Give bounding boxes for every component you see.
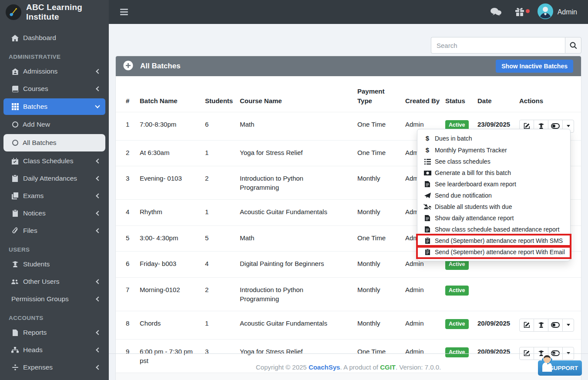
chevron-left-icon xyxy=(96,211,101,215)
menu-item-leaderboard-exam-report[interactable]: See learderboard exam report xyxy=(417,178,570,190)
menu-item-generate-bill[interactable]: Generate a bill for this batch xyxy=(417,167,570,178)
row-menu-button[interactable] xyxy=(562,319,574,332)
sidebar-item-notices[interactable]: Notices xyxy=(0,205,109,222)
brand-title: ABC Learning Institute xyxy=(26,3,109,22)
topbar-right: Admin xyxy=(490,3,577,21)
col-number: # xyxy=(116,76,140,112)
support-button[interactable]: SUPPORT xyxy=(538,360,582,376)
list-icon xyxy=(423,159,431,165)
sidebar-item-students[interactable]: Students xyxy=(0,256,109,273)
chevron-left-icon xyxy=(96,86,101,91)
clipboard-icon xyxy=(11,210,19,217)
chevron-down-icon xyxy=(95,103,100,108)
dollar-icon: $ xyxy=(423,146,431,154)
sidebar-section-administrative: ADMINISTRATIVE xyxy=(0,47,109,63)
caret-down-icon xyxy=(567,125,570,127)
gift-icon[interactable] xyxy=(515,7,524,17)
toggle-icon xyxy=(551,123,560,129)
menu-item-send-attendance-report-email[interactable]: Send (September) attendance report With … xyxy=(417,246,570,258)
sidebar-section-accounts: ACCOUNTS xyxy=(0,308,109,324)
menu-item-see-class-schedules[interactable]: See class schedules xyxy=(417,156,570,167)
batch-actions-dropdown: $ Dues in batch $ Monthly Payments Track… xyxy=(417,129,571,261)
chevron-left-icon xyxy=(96,296,101,301)
col-course-name: Course Name xyxy=(240,76,357,112)
search-icon xyxy=(570,42,577,49)
file-report-icon xyxy=(423,226,431,232)
cgit-link[interactable]: CGIT xyxy=(380,363,396,371)
sidebar-item-add-new[interactable]: Add New xyxy=(0,116,109,133)
chevron-left-icon xyxy=(96,228,101,233)
file-report-icon xyxy=(423,181,431,187)
money-bill-icon xyxy=(423,171,431,175)
clipboard-list-icon xyxy=(11,175,19,182)
sidebar-item-heads[interactable]: Heads xyxy=(0,341,109,359)
sidebar-item-batches[interactable]: Batches xyxy=(3,98,105,115)
calendar-check-icon xyxy=(11,158,19,165)
clipboard-report-icon xyxy=(423,238,431,244)
menu-item-send-attendance-report-sms[interactable]: Send (September) attendance report With … xyxy=(417,235,570,246)
sidebar-item-other-users[interactable]: Other Users xyxy=(0,273,109,290)
profile-menu[interactable]: Admin xyxy=(538,3,577,21)
coachsys-link[interactable]: CoachSys xyxy=(309,363,340,371)
app-logo-icon xyxy=(6,4,21,20)
chevron-left-icon xyxy=(96,176,101,181)
chevron-left-icon xyxy=(96,158,101,163)
file-report-icon xyxy=(423,215,431,221)
card-title: All Batches xyxy=(140,62,181,71)
toggle-status-button[interactable] xyxy=(548,319,563,332)
sidebar-item-courses[interactable]: Courses xyxy=(0,80,109,98)
page-footer: Copyright © 2025 CoachSys. A product of … xyxy=(109,353,588,380)
caret-down-icon xyxy=(567,324,570,326)
sidebar-item-all-batches[interactable]: All Batches xyxy=(3,134,105,151)
sidebar-item-admissions[interactable]: Admissions xyxy=(0,63,109,80)
edit-button[interactable] xyxy=(519,319,534,332)
sidebar-item-reports[interactable]: Reports xyxy=(0,324,109,341)
toggle-icon xyxy=(551,322,560,328)
brand[interactable]: ABC Learning Institute xyxy=(0,0,109,24)
col-payment-type: Payment Type xyxy=(357,76,405,112)
col-created-by: Created By xyxy=(405,76,445,112)
chevron-left-icon xyxy=(96,330,101,335)
search-row xyxy=(109,24,588,54)
col-students: Students xyxy=(205,76,240,112)
profile-name: Admin xyxy=(558,8,577,16)
app-root: ABC Learning Institute Admin xyxy=(0,0,588,380)
status-badge: Active xyxy=(445,286,469,296)
sitemap-icon xyxy=(11,347,19,353)
search-button[interactable] xyxy=(565,37,581,54)
menu-item-disable-students-with-due[interactable]: Disable all students with due xyxy=(417,201,570,212)
search-input[interactable] xyxy=(431,37,565,54)
students-button[interactable] xyxy=(534,319,548,332)
menu-item-class-schedule-attendance-report[interactable]: Show class schedule based attendance rep… xyxy=(417,224,570,235)
col-actions: Actions xyxy=(519,76,581,112)
chevron-left-icon xyxy=(96,365,101,370)
main-content: All Batches Show Inactive Batches # Batc… xyxy=(109,24,588,380)
sidebar-item-permission-groups[interactable]: Permission Groups xyxy=(0,290,109,308)
divide-icon xyxy=(11,364,19,370)
sidebar-toggle-button[interactable] xyxy=(118,7,130,17)
admissions-icon xyxy=(11,68,19,75)
table-row: 7 Morning-0102 2 Introduction to Python … xyxy=(116,277,581,311)
sidebar-item-daily-attendances[interactable]: Daily Attendances xyxy=(0,170,109,187)
copyright: Copyright © 2025 CoachSys. A product of … xyxy=(256,363,441,371)
radio-circle-icon xyxy=(12,140,18,146)
menu-item-dues-in-batch[interactable]: $ Dues in batch xyxy=(417,132,570,144)
menu-item-monthly-payments-tracker[interactable]: $ Monthly Payments Tracker xyxy=(417,144,570,156)
sidebar-item-exams[interactable]: Exams xyxy=(0,187,109,205)
chevron-left-icon xyxy=(96,69,101,74)
menu-item-send-due-notification[interactable]: Send due notification xyxy=(417,190,570,201)
dollar-icon: $ xyxy=(423,135,431,142)
avatar xyxy=(538,3,553,21)
messages-icon[interactable] xyxy=(490,7,502,17)
sidebar-item-class-schedules[interactable]: Class Schedules xyxy=(0,152,109,170)
users-slash-icon xyxy=(423,204,431,210)
sidebar-item-files[interactable]: Files xyxy=(0,222,109,239)
notification-dot xyxy=(526,9,530,13)
users-icon xyxy=(11,279,19,285)
menu-item-daily-attendance-report[interactable]: Show daily attendance report xyxy=(417,212,570,224)
sidebar-item-expenses[interactable]: Expenses xyxy=(0,359,109,376)
book-icon xyxy=(11,86,19,92)
sidebar-item-dashboard[interactable]: Dashboard xyxy=(0,29,109,47)
show-inactive-batches-button[interactable]: Show Inactive Batches xyxy=(496,60,573,73)
plus-circle-icon[interactable] xyxy=(123,61,133,72)
